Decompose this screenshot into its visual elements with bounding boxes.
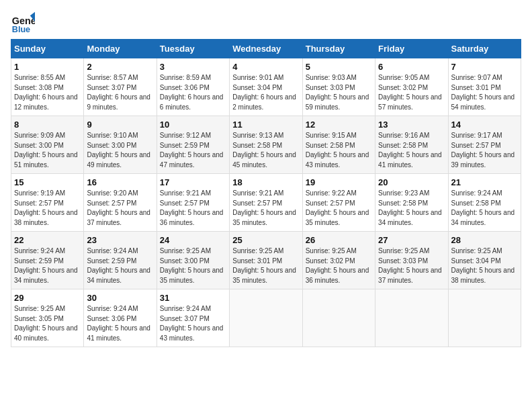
logo: General Blue (11, 11, 38, 35)
day-number: 7 (451, 62, 518, 72)
day-number: 13 (378, 120, 445, 130)
day-info: Sunrise: 9:21 AMSunset: 2:57 PMDaylight:… (232, 189, 296, 226)
calendar-cell: 31 Sunrise: 9:24 AMSunset: 3:07 PMDaylig… (157, 289, 229, 347)
calendar-cell: 28 Sunrise: 9:25 AMSunset: 3:04 PMDaylig… (448, 232, 521, 289)
day-info: Sunrise: 8:57 AMSunset: 3:07 PMDaylight:… (87, 74, 150, 111)
day-number: 4 (232, 62, 299, 72)
calendar-week-3: 15 Sunrise: 9:19 AMSunset: 2:57 PMDaylig… (11, 174, 521, 232)
day-number: 3 (160, 62, 226, 72)
weekday-header-saturday: Saturday (448, 40, 521, 58)
calendar-cell: 4 Sunrise: 9:01 AMSunset: 3:04 PMDayligh… (230, 58, 302, 116)
day-info: Sunrise: 9:05 AMSunset: 3:02 PMDaylight:… (378, 74, 442, 111)
day-info: Sunrise: 9:24 AMSunset: 2:59 PMDaylight:… (87, 247, 150, 284)
day-number: 2 (87, 62, 153, 72)
calendar-week-1: 1 Sunrise: 8:55 AMSunset: 3:08 PMDayligh… (11, 58, 521, 116)
calendar-cell: 5 Sunrise: 9:03 AMSunset: 3:03 PMDayligh… (302, 58, 375, 116)
calendar-week-5: 29 Sunrise: 9:25 AMSunset: 3:05 PMDaylig… (11, 289, 521, 347)
day-number: 10 (160, 120, 226, 130)
calendar-cell: 19 Sunrise: 9:22 AMSunset: 2:57 PMDaylig… (302, 174, 375, 232)
day-info: Sunrise: 9:24 AMSunset: 2:58 PMDaylight:… (451, 189, 515, 226)
day-number: 15 (14, 177, 81, 187)
svg-text:Blue: Blue (12, 25, 30, 34)
day-number: 19 (306, 177, 372, 187)
day-number: 29 (14, 293, 81, 303)
calendar-week-2: 8 Sunrise: 9:09 AMSunset: 3:00 PMDayligh… (11, 116, 521, 174)
day-number: 12 (306, 120, 372, 130)
calendar-cell: 29 Sunrise: 9:25 AMSunset: 3:05 PMDaylig… (11, 289, 84, 347)
day-number: 6 (378, 62, 445, 72)
day-number: 20 (378, 177, 445, 187)
calendar-cell: 25 Sunrise: 9:25 AMSunset: 3:01 PMDaylig… (230, 232, 302, 289)
day-info: Sunrise: 9:24 AMSunset: 2:59 PMDaylight:… (14, 247, 78, 284)
day-info: Sunrise: 9:16 AMSunset: 2:58 PMDaylight:… (378, 132, 442, 169)
day-info: Sunrise: 9:25 AMSunset: 3:01 PMDaylight:… (232, 247, 296, 284)
calendar-table: SundayMondayTuesdayWednesdayThursdayFrid… (11, 39, 521, 347)
calendar-cell: 3 Sunrise: 8:59 AMSunset: 3:06 PMDayligh… (157, 58, 229, 116)
day-info: Sunrise: 9:15 AMSunset: 2:58 PMDaylight:… (306, 132, 369, 169)
calendar-cell: 18 Sunrise: 9:21 AMSunset: 2:57 PMDaylig… (230, 174, 302, 232)
calendar-cell: 8 Sunrise: 9:09 AMSunset: 3:00 PMDayligh… (11, 116, 84, 174)
calendar-cell: 1 Sunrise: 8:55 AMSunset: 3:08 PMDayligh… (11, 58, 84, 116)
day-info: Sunrise: 9:09 AMSunset: 3:00 PMDaylight:… (14, 132, 78, 169)
day-info: Sunrise: 9:10 AMSunset: 3:00 PMDaylight:… (87, 132, 150, 169)
calendar-cell: 11 Sunrise: 9:13 AMSunset: 2:58 PMDaylig… (230, 116, 302, 174)
day-number: 23 (87, 235, 153, 245)
day-info: Sunrise: 9:21 AMSunset: 2:57 PMDaylight:… (160, 189, 224, 226)
calendar-cell: 9 Sunrise: 9:10 AMSunset: 3:00 PMDayligh… (84, 116, 157, 174)
day-number: 30 (87, 293, 153, 303)
calendar-cell: 24 Sunrise: 9:25 AMSunset: 3:00 PMDaylig… (157, 232, 229, 289)
day-number: 27 (378, 235, 445, 245)
calendar-week-4: 22 Sunrise: 9:24 AMSunset: 2:59 PMDaylig… (11, 232, 521, 289)
day-number: 31 (160, 293, 226, 303)
day-number: 24 (160, 235, 226, 245)
calendar-cell: 6 Sunrise: 9:05 AMSunset: 3:02 PMDayligh… (375, 58, 448, 116)
day-info: Sunrise: 9:25 AMSunset: 3:02 PMDaylight:… (306, 247, 369, 284)
calendar-cell: 26 Sunrise: 9:25 AMSunset: 3:02 PMDaylig… (302, 232, 375, 289)
day-info: Sunrise: 9:24 AMSunset: 3:06 PMDaylight:… (87, 305, 150, 342)
day-number: 1 (14, 62, 81, 72)
day-number: 22 (14, 235, 81, 245)
day-info: Sunrise: 9:25 AMSunset: 3:05 PMDaylight:… (14, 305, 78, 342)
weekday-header-monday: Monday (84, 40, 157, 58)
calendar-cell: 22 Sunrise: 9:24 AMSunset: 2:59 PMDaylig… (11, 232, 84, 289)
day-info: Sunrise: 9:07 AMSunset: 3:01 PMDaylight:… (451, 74, 515, 111)
calendar-cell: 13 Sunrise: 9:16 AMSunset: 2:58 PMDaylig… (375, 116, 448, 174)
calendar-cell (230, 289, 302, 347)
day-number: 21 (451, 177, 518, 187)
calendar-cell: 17 Sunrise: 9:21 AMSunset: 2:57 PMDaylig… (157, 174, 229, 232)
calendar-cell: 10 Sunrise: 9:12 AMSunset: 2:59 PMDaylig… (157, 116, 229, 174)
day-info: Sunrise: 9:19 AMSunset: 2:57 PMDaylight:… (14, 189, 78, 226)
calendar-cell: 14 Sunrise: 9:17 AMSunset: 2:57 PMDaylig… (448, 116, 521, 174)
weekday-header-sunday: Sunday (11, 40, 84, 58)
calendar-cell: 12 Sunrise: 9:15 AMSunset: 2:58 PMDaylig… (302, 116, 375, 174)
calendar-cell: 30 Sunrise: 9:24 AMSunset: 3:06 PMDaylig… (84, 289, 157, 347)
day-number: 25 (232, 235, 299, 245)
day-info: Sunrise: 9:20 AMSunset: 2:57 PMDaylight:… (87, 189, 150, 226)
day-info: Sunrise: 9:25 AMSunset: 3:03 PMDaylight:… (378, 247, 442, 284)
calendar-cell (302, 289, 375, 347)
weekday-header-friday: Friday (375, 40, 448, 58)
calendar-cell: 16 Sunrise: 9:20 AMSunset: 2:57 PMDaylig… (84, 174, 157, 232)
calendar-cell: 21 Sunrise: 9:24 AMSunset: 2:58 PMDaylig… (448, 174, 521, 232)
day-info: Sunrise: 9:23 AMSunset: 2:58 PMDaylight:… (378, 189, 442, 226)
calendar-cell: 27 Sunrise: 9:25 AMSunset: 3:03 PMDaylig… (375, 232, 448, 289)
day-info: Sunrise: 9:25 AMSunset: 3:04 PMDaylight:… (451, 247, 515, 284)
calendar-cell: 7 Sunrise: 9:07 AMSunset: 3:01 PMDayligh… (448, 58, 521, 116)
weekday-header-tuesday: Tuesday (157, 40, 229, 58)
day-number: 5 (306, 62, 372, 72)
day-number: 9 (87, 120, 153, 130)
day-info: Sunrise: 9:22 AMSunset: 2:57 PMDaylight:… (306, 189, 369, 226)
day-number: 8 (14, 120, 81, 130)
calendar-cell: 20 Sunrise: 9:23 AMSunset: 2:58 PMDaylig… (375, 174, 448, 232)
day-info: Sunrise: 9:12 AMSunset: 2:59 PMDaylight:… (160, 132, 224, 169)
day-number: 26 (306, 235, 372, 245)
page-header: General Blue (11, 11, 521, 35)
calendar-cell: 23 Sunrise: 9:24 AMSunset: 2:59 PMDaylig… (84, 232, 157, 289)
day-number: 11 (232, 120, 299, 130)
calendar-cell: 15 Sunrise: 9:19 AMSunset: 2:57 PMDaylig… (11, 174, 84, 232)
day-info: Sunrise: 9:24 AMSunset: 3:07 PMDaylight:… (160, 305, 224, 342)
calendar-cell (375, 289, 448, 347)
day-info: Sunrise: 9:13 AMSunset: 2:58 PMDaylight:… (232, 132, 296, 169)
logo-icon: General Blue (11, 11, 35, 35)
day-info: Sunrise: 8:55 AMSunset: 3:08 PMDaylight:… (14, 74, 78, 111)
